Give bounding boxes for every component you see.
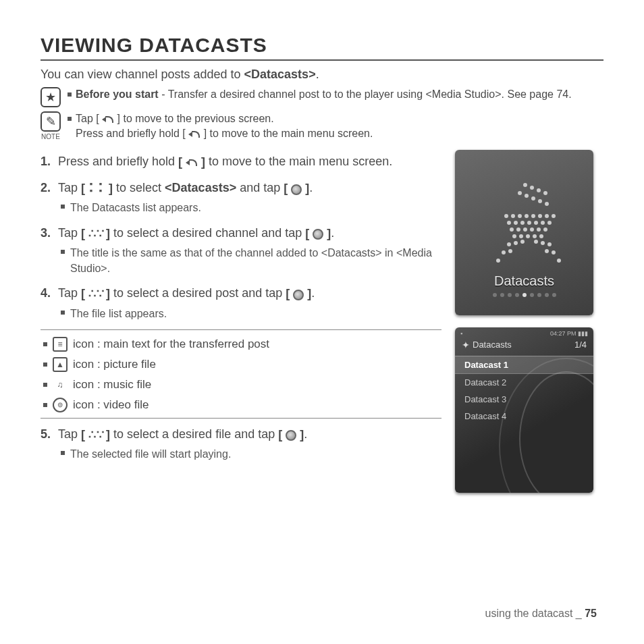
step-4: Tap [ ∴ ∵ ] to select a desired post and…	[41, 284, 441, 321]
legend-text: ≡ icon : main text for the transferred p…	[43, 337, 441, 352]
step-sub: The title is the same as that of the cha…	[70, 245, 441, 276]
device-preview-menu: Datacasts	[455, 150, 593, 315]
select-icon	[313, 229, 323, 240]
up-down-icon: ∴ ∵	[88, 428, 103, 441]
back-icon	[186, 158, 198, 167]
music-file-icon: ♫	[53, 377, 68, 392]
list-header-title: Datacasts	[473, 340, 512, 350]
note-label: NOTE	[41, 133, 61, 140]
bullet-icon	[68, 117, 72, 121]
device-preview-list: ▪ 04:27 PM ▮▮▮ ✦Datacasts 1/4 Datacast 1…	[455, 327, 593, 493]
step-text: to select a desired post and tap	[110, 286, 286, 300]
bullet-icon	[61, 205, 65, 209]
step-text: .	[304, 427, 307, 441]
step-text: Tap	[58, 181, 81, 194]
note-icon: ✎	[41, 111, 61, 132]
step-text: to select a desired channel and tap	[110, 226, 305, 240]
picture-file-icon: ▲	[53, 357, 68, 372]
step-text: .	[311, 286, 315, 300]
note-line2-a: Press and briefly hold [	[76, 128, 188, 139]
icon-legend: ≡ icon : main text for the transferred p…	[41, 337, 441, 412]
bullet-icon	[61, 451, 65, 455]
bullet-icon	[43, 363, 47, 367]
step-bold: <Datacasts>	[165, 181, 236, 194]
bullet-icon	[61, 311, 65, 315]
legend-label: icon : main text for the transferred pos…	[73, 338, 269, 351]
page-footer: using the datacast _ 75	[485, 608, 597, 620]
up-down-icon: ∴ ∵	[88, 227, 103, 240]
video-file-icon: ⊚	[53, 398, 68, 412]
legend-video: ⊚ icon : video file	[43, 398, 441, 412]
divider	[41, 418, 441, 419]
bullet-icon	[43, 403, 47, 407]
legend-label: icon : picture file	[73, 358, 156, 371]
step-sub: The Datacasts list appears.	[70, 200, 201, 215]
step-sub: The file list appears.	[70, 306, 167, 321]
note-line1-b: ] to move to the previous screen.	[114, 113, 274, 124]
step-text: Tap	[58, 286, 81, 300]
back-icon	[188, 130, 200, 139]
bullet-icon	[43, 383, 47, 387]
pager-dots	[493, 293, 556, 297]
back-icon	[102, 115, 114, 124]
footer-section: using the datacast _	[485, 608, 585, 619]
step-text: to select a desired file and tap	[110, 427, 278, 441]
select-icon	[286, 430, 296, 441]
footer-page: 75	[585, 608, 597, 619]
intro-a: You can view channel posts added to	[41, 68, 244, 81]
legend-picture: ▲ icon : picture file	[43, 357, 441, 372]
datacasts-header-icon: ✦	[462, 340, 470, 350]
intro-text: You can view channel posts added to <Dat…	[41, 68, 603, 82]
intro-b: <Datacasts>	[244, 68, 316, 81]
step-text: to move to the main menu screen.	[205, 155, 392, 168]
step-text: to select	[113, 181, 165, 194]
step-text: Press and briefly hold	[58, 155, 178, 168]
steps-list: Press and briefly hold [ ] to move to th…	[41, 153, 441, 321]
status-play-icon: ▪	[460, 330, 462, 337]
before-you-start-text: - Transfer a desired channel post to to …	[159, 88, 572, 100]
before-you-start-label: Before you start	[76, 88, 159, 100]
bullet-icon	[68, 92, 72, 97]
step-text: .	[309, 181, 313, 194]
step-5: Tap [ ∴ ∵ ] to select a desired file and…	[41, 425, 441, 462]
step-3: Tap [ ∴ ∵ ] to select a desired channel …	[41, 224, 441, 277]
bullet-icon	[43, 342, 47, 346]
divider	[41, 329, 441, 330]
device-menu-label: Datacasts	[494, 273, 554, 289]
step-2: Tap [ ⠅ ⠅ ] to select <Datacasts> and ta…	[41, 179, 441, 215]
left-right-icon: ⠅ ⠅	[88, 182, 105, 195]
list-header: ✦Datacasts 1/4	[455, 338, 593, 353]
intro-c: .	[316, 68, 319, 81]
step-sub: The selected file will start playing.	[70, 446, 231, 462]
step-text: Tap	[58, 427, 81, 441]
status-time: 04:27 PM	[550, 330, 576, 337]
battery-icon: ▮▮▮	[578, 330, 588, 337]
note-line2-b: ] to move to the main menu screen.	[200, 128, 373, 139]
select-icon	[291, 184, 302, 195]
legend-music: ♫ icon : music file	[43, 377, 441, 392]
step-text: Tap	[58, 226, 81, 240]
step-text: and tap	[236, 181, 284, 194]
step-text: .	[331, 226, 334, 240]
page-title: VIEWING DATACASTS	[41, 34, 603, 61]
page-counter: 1/4	[574, 340, 587, 350]
legend-label: icon : music file	[73, 378, 151, 392]
select-icon	[293, 290, 304, 300]
datacasts-star-graphic	[477, 182, 572, 269]
star-callout: ★ Before you start - Transfer a desired …	[41, 87, 603, 107]
note-line1-a: Tap [	[76, 113, 102, 124]
up-down-icon: ∴ ∵	[88, 287, 103, 300]
bullet-icon	[61, 250, 65, 254]
note-callout: ✎ NOTE Tap [ ] to move to the previous s…	[41, 111, 603, 142]
step-1: Press and briefly hold [ ] to move to th…	[41, 153, 441, 171]
star-icon: ★	[41, 87, 61, 107]
text-file-icon: ≡	[53, 337, 68, 352]
legend-label: icon : video file	[73, 398, 149, 412]
steps-list-2: Tap [ ∴ ∵ ] to select a desired file and…	[41, 425, 441, 462]
status-bar: ▪ 04:27 PM ▮▮▮	[455, 327, 593, 338]
